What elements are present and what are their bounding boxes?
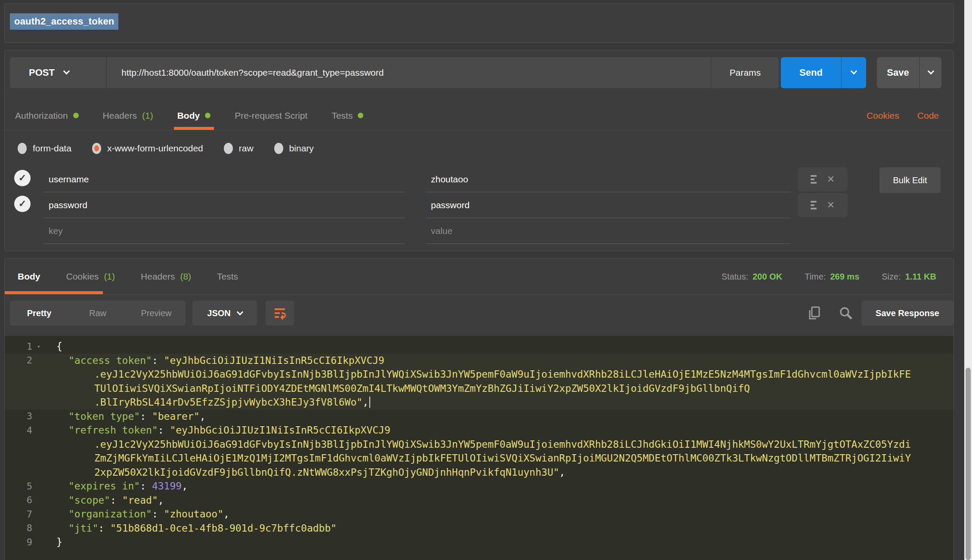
fold-toggle-icon[interactable]: ▾ — [32, 343, 45, 350]
save-button[interactable]: Save — [877, 57, 919, 88]
radio-icon[interactable] — [18, 143, 27, 154]
response-body-viewer[interactable]: 1▾{2"access_token": "eyJhbGciOiJIUzI1NiI… — [5, 336, 953, 560]
line-number: 8 — [5, 523, 32, 533]
kv-value-input[interactable]: password — [426, 192, 791, 218]
code-link[interactable]: Code — [917, 111, 939, 121]
code-token: .BlIryRbSL414rDv5EfzZSjpjvWybcX3hEJy3fV8… — [94, 397, 362, 408]
response-tab-headers[interactable]: Headers(8) — [141, 258, 191, 294]
view-raw[interactable]: Raw — [68, 301, 127, 326]
kv-key-input[interactable]: username — [43, 166, 405, 192]
line-number: 2 — [5, 355, 32, 366]
tab-body[interactable]: Body — [177, 101, 211, 130]
copy-response-button[interactable] — [804, 301, 824, 326]
kv-key-input[interactable]: key — [43, 218, 405, 244]
code-token: : — [140, 411, 152, 422]
tab-label: Body — [177, 111, 200, 121]
code-line: .eyJ1c2VyX25hbWUiOiJ6aG91dGFvbyIsInNjb3B… — [5, 437, 953, 452]
tab-authorization[interactable]: Authorization — [15, 101, 79, 130]
view-preview[interactable]: Preview — [127, 301, 186, 326]
window-scrollbar-thumb[interactable] — [966, 368, 971, 560]
status-value: 200 OK — [752, 272, 782, 282]
view-pretty[interactable]: Pretty — [10, 301, 68, 326]
body-mode-binary[interactable]: binary — [274, 143, 314, 154]
chevron-down-icon — [851, 68, 857, 75]
method-select[interactable]: POST — [10, 57, 107, 88]
code-token: "expires_in" — [68, 480, 140, 492]
code-text: TUlOIiwiSVQiXSwianRpIjoiNTFiODY4ZDEtMGNl… — [45, 383, 953, 394]
wrap-text-button[interactable] — [266, 301, 294, 326]
chevron-down-icon — [63, 68, 70, 75]
line-number: 6 — [5, 495, 32, 505]
code-text: .eyJ1c2VyX25hbWUiOiJ6aG91dGFvbyIsInNjb3B… — [45, 439, 953, 450]
code-line: 8"jti": "51b868d1-0ce1-4fb8-901d-9c7bffc… — [5, 521, 953, 535]
code-text: .eyJ1c2VyX25hbWUiOiJ6aG91dGFvbyIsInNjb3B… — [45, 369, 953, 380]
tab-label: Pre-request Script — [235, 111, 307, 121]
code-line: 5"expires_in": 43199, — [5, 479, 953, 493]
tab-pre-request-script[interactable]: Pre-request Script — [235, 101, 307, 130]
cookies-link[interactable]: Cookies — [867, 111, 899, 121]
drag-handle-icon[interactable] — [811, 175, 817, 184]
code-text: "jti": "51b868d1-0ce1-4fb8-901d-9c7bffc0… — [45, 523, 953, 534]
response-panel: BodyCookies(1)Headers(8)Tests Status:200… — [4, 258, 954, 560]
code-token: , — [362, 397, 368, 408]
url-input[interactable]: http://host1:8000/oauth/token?scope=read… — [107, 57, 711, 88]
code-text: "access_token": "eyJhbGciOiJIUzI1NiIsInR… — [45, 355, 953, 366]
line-number: 9 — [5, 537, 32, 548]
body-mode-label: raw — [239, 143, 254, 154]
kv-row-actions: ✕ — [798, 193, 848, 217]
radio-icon[interactable] — [274, 143, 283, 154]
tab-headers[interactable]: Headers(1) — [103, 101, 153, 130]
save-response-button[interactable]: Save Response — [861, 301, 953, 326]
green-dot-icon — [358, 113, 363, 118]
delete-row-icon[interactable]: ✕ — [827, 175, 835, 184]
chevron-down-icon — [236, 309, 243, 316]
code-token: { — [56, 341, 62, 352]
code-text: "organization": "zhoutaoo", — [45, 508, 953, 520]
params-button[interactable]: Params — [711, 57, 779, 88]
request-header-links: CookiesCode — [867, 101, 939, 130]
line-number: 3 — [5, 411, 32, 422]
window-scrollbar-track[interactable] — [964, 0, 972, 560]
code-line: ZmZjMGFkYmIiLCJleHAiOjE1MzQ1MjI2MTgsImF1… — [5, 451, 953, 465]
bulk-edit-button[interactable]: Bulk Edit — [879, 167, 941, 193]
body-mode-x-www-form-urlencoded[interactable]: x-www-form-urlencoded — [92, 143, 203, 154]
kv-row: ✓usernamezhoutaoo✕ — [5, 166, 953, 192]
request-name-input[interactable]: oauth2_access_token — [10, 13, 118, 30]
response-tab-body[interactable]: Body — [18, 258, 40, 294]
code-token: : — [140, 480, 152, 492]
kv-value-input[interactable]: zhoutaoo — [426, 166, 791, 192]
kv-row: keyvalue — [5, 218, 953, 244]
kv-row: ✓passwordpassword✕ — [5, 192, 953, 218]
code-text: } — [45, 536, 953, 548]
code-line: 3"token_type": "bearer", — [5, 409, 953, 424]
save-options-button[interactable] — [919, 57, 941, 88]
code-text: "refresh_token": "eyJhbGciOiJIUzI1NiIsIn… — [45, 425, 953, 436]
tab-count-badge: (1) — [104, 271, 115, 282]
response-tab-tests[interactable]: Tests — [217, 258, 238, 294]
drag-handle-icon[interactable] — [811, 201, 817, 209]
radio-selected-icon[interactable] — [92, 143, 101, 154]
body-mode-raw[interactable]: raw — [224, 143, 254, 154]
status-item: Status:200 OK — [721, 272, 782, 282]
code-line: 7"organization": "zhoutaoo", — [5, 507, 953, 521]
search-response-button[interactable] — [836, 301, 856, 326]
body-mode-radios: form-datax-www-form-urlencodedrawbinary — [18, 136, 314, 160]
row-enabled-checkbox[interactable]: ✓ — [14, 170, 31, 186]
send-options-button[interactable] — [841, 57, 866, 88]
tab-label: Tests — [217, 271, 238, 282]
kv-value-input[interactable]: value — [426, 218, 791, 244]
body-mode-form-data[interactable]: form-data — [18, 143, 71, 154]
code-text: 2xpZW50X2lkIjoidGVzdF9jbGllbnQifQ.zNtWWG… — [45, 467, 953, 478]
tab-tests[interactable]: Tests — [331, 101, 363, 130]
tab-label: Authorization — [15, 111, 68, 121]
delete-row-icon[interactable]: ✕ — [827, 200, 835, 210]
format-select[interactable]: JSON — [192, 301, 257, 326]
code-token: , — [200, 411, 206, 422]
row-enabled-checkbox[interactable]: ✓ — [14, 196, 31, 212]
kv-key-input[interactable]: password — [43, 192, 405, 218]
text-cursor — [369, 397, 370, 408]
send-button[interactable]: Send — [781, 57, 841, 88]
radio-icon[interactable] — [224, 143, 233, 154]
save-button-group: Save — [877, 57, 941, 88]
response-tab-cookies[interactable]: Cookies(1) — [66, 258, 115, 294]
